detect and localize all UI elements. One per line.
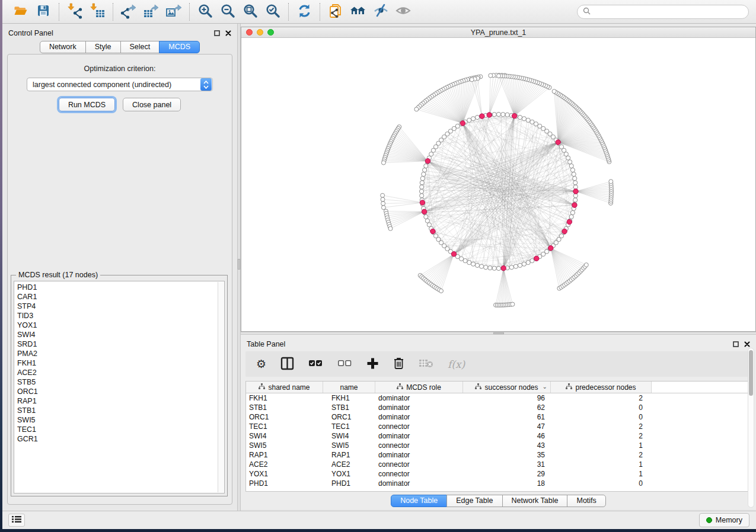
mcds-result-item[interactable]: FKH1 [17,358,224,368]
mcds-result-item[interactable]: YOX1 [17,321,224,330]
mcds-result-item[interactable]: GCR1 [17,434,224,444]
mcds-result-item[interactable]: CAR1 [17,292,224,302]
show-columns-button[interactable] [280,357,294,372]
table-row[interactable]: FKH1FKH1dominator962 [246,393,754,403]
create-column-button[interactable] [366,357,379,371]
mcds-result-item[interactable]: PHD1 [17,283,224,292]
column-header-name[interactable]: name [323,382,375,393]
mcds-result-item[interactable]: SWI4 [17,330,224,339]
cell-successor-nodes: 18 [463,479,551,488]
chevron-up-down-icon [200,78,212,91]
table-row[interactable]: ACE2ACE2connector311 [246,460,754,469]
criterion-dropdown[interactable]: largest connected component (undirected) [27,78,213,91]
table-row[interactable]: RAP1RAP1dominator352 [246,450,754,460]
float-panel-icon[interactable] [733,340,739,349]
mcds-result-item[interactable]: SRD1 [17,339,224,349]
maximize-window-icon[interactable] [267,29,274,36]
table-panel: Table Panel ⚙︎f(x) shared namenameMCDS r… [241,335,756,509]
close-window-icon[interactable] [246,29,253,36]
zoom-out-button[interactable] [216,2,239,22]
tab-motifs[interactable]: Motifs [567,495,605,507]
tab-mcds[interactable]: MCDS [159,41,200,53]
export-image-button[interactable] [162,2,185,22]
column-header-MCDS-role[interactable]: MCDS role [375,382,463,393]
export-network-button[interactable] [117,2,140,22]
table-scrollbar-thumb[interactable] [749,350,753,396]
import-network-button[interactable] [63,2,86,22]
save-session-button[interactable] [32,2,55,22]
mcds-result-item[interactable]: ORC1 [17,387,224,396]
select-all-rows-button[interactable] [308,358,323,370]
column-header-predecessor-nodes[interactable]: predecessor nodes [551,382,652,393]
mcds-result-item[interactable]: TID3 [17,311,224,321]
table-settings-button[interactable]: ⚙︎ [256,358,266,370]
hide-selected-button[interactable] [369,2,392,22]
show-panels-button[interactable] [8,514,25,527]
sort-desc-icon[interactable]: ⌄ [543,383,547,390]
cell-name: ORC1 [323,412,375,422]
float-panel-icon[interactable] [214,29,220,38]
mcds-result-item[interactable]: ACE2 [17,368,224,377]
tab-select[interactable]: Select [120,41,160,53]
table-row[interactable]: SWI5SWI5connector431 [246,441,754,450]
tab-network[interactable]: Network [40,41,86,53]
memory-status-icon [706,517,712,523]
column-header-successor-nodes[interactable]: successor nodes⌄ [463,382,551,393]
close-panel-button[interactable]: Close panel [123,98,181,111]
minimize-window-icon[interactable] [257,29,263,36]
search-input[interactable] [594,8,743,16]
cell-name: TEC1 [323,422,375,431]
mcds-result-item[interactable]: PMA2 [17,349,224,358]
tab-edge-table[interactable]: Edge Table [446,495,502,507]
cell-MCDS-role: connector [375,469,463,479]
mcds-list-scrollbar[interactable] [218,282,224,492]
tab-network-table[interactable]: Network Table [502,495,568,507]
table-row[interactable]: YOX1YOX1connector291 [246,469,754,479]
divider-grip[interactable] [493,332,504,334]
table-scrollbar[interactable] [748,348,754,508]
import-network-icon [67,3,83,21]
divider-grip[interactable] [238,259,240,270]
network-canvas[interactable] [241,38,755,331]
table-row[interactable]: SWI4SWI4dominator462 [246,431,754,441]
toolbar-separator [113,3,113,21]
apply-layout-button[interactable] [293,2,315,22]
column-header-shared-name[interactable]: shared name [246,382,323,393]
network-window-titlebar[interactable]: YPA_prune.txt_1 [241,27,755,38]
mcds-result-item[interactable]: STB1 [17,406,224,415]
open-session-button[interactable] [9,2,32,22]
new-network-from-selection-button[interactable] [324,2,347,22]
refresh-icon [296,3,312,21]
network-graph[interactable] [241,38,755,331]
table-row[interactable]: TEC1TEC1connector472 [246,422,754,431]
column-label: shared name [268,383,310,392]
zoom-in-button[interactable] [194,2,216,22]
table-row[interactable]: PHD1PHD1dominator180 [246,479,754,488]
table-row[interactable]: STB1STB1dominator620 [246,403,754,412]
mcds-result-item[interactable]: SWI5 [17,415,224,425]
memory-button[interactable]: Memory [699,513,749,527]
search-box[interactable] [577,5,749,19]
cell-predecessor-nodes: 2 [551,422,652,431]
close-panel-icon[interactable] [225,29,231,38]
mcds-result-item[interactable]: STB5 [17,377,224,387]
run-mcds-button[interactable]: Run MCDS [59,98,115,111]
attribute-type-icon [397,383,403,392]
zoom-fit-button[interactable] [239,2,261,22]
table-row[interactable]: ORC1ORC1dominator610 [246,412,754,422]
mcds-result-item[interactable]: STP4 [17,302,224,311]
mcds-result-item[interactable]: RAP1 [17,396,224,406]
delete-columns-button[interactable] [393,357,404,371]
import-table-button[interactable] [86,2,109,22]
tab-node-table[interactable]: Node Table [391,495,447,507]
mcds-result-item[interactable]: TEC1 [17,425,224,434]
attribute-type-icon [259,383,265,392]
mcds-hub-node [567,219,572,224]
deselect-all-rows-button[interactable] [337,358,352,370]
houses-icon [350,3,367,20]
export-table-button[interactable] [140,2,162,22]
first-neighbors-button[interactable] [347,2,369,22]
tab-style[interactable]: Style [85,41,121,53]
export-network-icon [120,3,137,21]
zoom-selected-button[interactable] [261,2,284,22]
